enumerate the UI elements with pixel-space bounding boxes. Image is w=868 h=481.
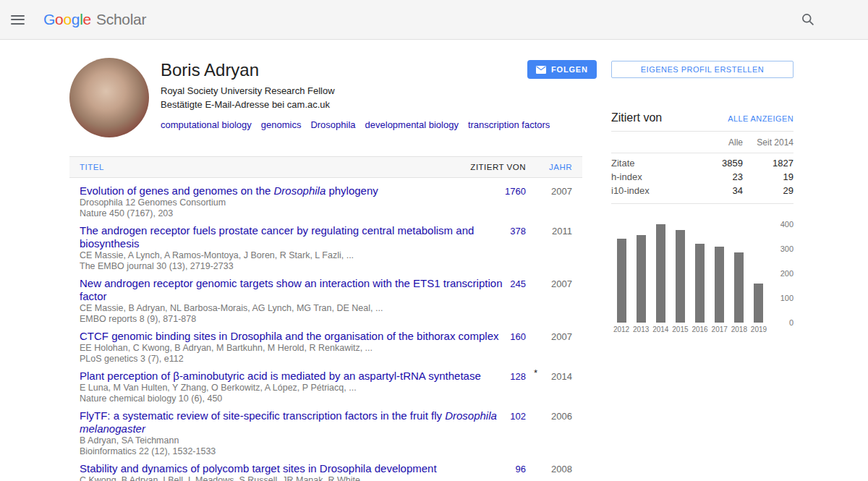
view-all-link[interactable]: ALLE ANZEIGEN (728, 114, 793, 123)
create-own-profile-button[interactable]: EIGENES PROFIL ERSTELLEN (611, 61, 793, 78)
publication-year: 2006 (551, 411, 572, 422)
metric-value-since: 29 (743, 185, 793, 196)
google-scholar-logo[interactable]: Google Scholar (43, 11, 146, 28)
profile-affiliation: Royal Society University Research Fellow (161, 85, 550, 96)
publications-table-header: TITEL ZITIERT VON JAHR (69, 156, 582, 178)
google-logo-colored: Google (43, 11, 91, 28)
chart-bar[interactable] (617, 239, 626, 323)
sort-by-title-header[interactable]: TITEL (69, 163, 104, 171)
publication-title-link[interactable]: Stability and dynamics of polycomb targe… (80, 462, 528, 475)
metric-row-i10-index: i10-index 34 29 (611, 184, 793, 197)
publication-title-link[interactable]: CTCF genomic binding sites in Drosophila… (80, 330, 528, 343)
interest-link[interactable]: Drosophila (310, 119, 355, 130)
publication-list: Evolution of genes and genomes on the Dr… (69, 178, 582, 481)
publication-venue: Nature chemical biology 10 (6), 450 (80, 393, 528, 404)
publication-row: New androgen receptor genomic targets sh… (69, 275, 582, 328)
logo-letter: G (43, 11, 55, 27)
cited-by-count-link[interactable]: 160 (510, 331, 526, 342)
profile-verified-email: Bestätigte E-Mail-Adresse bei cam.ac.uk (161, 99, 550, 110)
chart-year-label: 2017 (712, 325, 728, 333)
envelope-icon (536, 66, 546, 74)
metric-row-citations: Zitate 3859 1827 (611, 156, 793, 170)
publication-title-link[interactable]: The androgen receptor fuels prostate can… (80, 224, 528, 250)
publication-authors: EE Holohan, C Kwong, B Adryan, M Bartkuh… (80, 343, 528, 354)
chart-bar-column: 2012 (613, 239, 630, 323)
publication-title-link[interactable]: New androgen receptor genomic targets sh… (80, 277, 528, 303)
logo-letter: g (72, 11, 80, 27)
chart-bar-column: 2019 (750, 284, 767, 323)
chart-bar[interactable] (637, 235, 646, 323)
search-icon[interactable] (801, 13, 814, 28)
publication-row: FlyTF: a systematic review of site-speci… (69, 407, 582, 460)
interest-link[interactable]: computational biology (161, 119, 252, 130)
cited-by-count-link[interactable]: 102 (510, 411, 526, 422)
publication-venue: Bioinformatics 22 (12), 1532-1533 (80, 446, 528, 457)
chart-year-label: 2015 (672, 325, 688, 333)
metric-value-all: 23 (698, 171, 743, 182)
cited-by-panel-header: Zitiert von ALLE ANZEIGEN (611, 111, 793, 132)
cited-by-count-link[interactable]: 1760 (505, 186, 526, 197)
cited-by-count-link[interactable]: 378 (510, 226, 526, 237)
chart-bar[interactable] (734, 252, 744, 323)
interest-link[interactable]: genomics (261, 119, 302, 130)
publication-year: 2008 (551, 464, 572, 474)
publication-year: 2014 (551, 371, 572, 382)
chart-year-label: 2016 (692, 325, 707, 333)
profile-photo (69, 58, 149, 137)
chart-bar-column: 2013 (632, 235, 650, 323)
follow-button[interactable]: FOLGEN (527, 60, 597, 79)
chart-bar[interactable] (656, 224, 665, 323)
logo-letter: o (55, 11, 63, 27)
cited-by-count-link[interactable]: 96 (516, 464, 526, 474)
metrics-col-all: Alle (698, 137, 743, 148)
metric-row-h-index: h-index 23 19 (611, 170, 793, 184)
publication-year: 2007 (551, 186, 572, 197)
publication-year: 2007 (551, 278, 572, 289)
metrics-table: Zitate 3859 1827 h-index 23 19 i10-index… (611, 153, 793, 204)
interest-link[interactable]: developmental biology (365, 119, 459, 130)
chart-bar-column: 2016 (692, 244, 709, 323)
chart-bar[interactable] (676, 230, 685, 323)
chart-bar[interactable] (715, 247, 724, 323)
chart-year-label: 2014 (652, 325, 668, 333)
scholar-logo-text: Scholar (96, 11, 146, 28)
publication-title-link[interactable]: Plant perception of β-aminobutyric acid … (80, 370, 528, 383)
logo-letter: e (83, 11, 91, 27)
chart-axis-tick: 400 (770, 220, 793, 229)
publication-venue: PLoS genetics 3 (7), e112 (80, 354, 528, 365)
cited-by-count-link[interactable]: 128 (510, 371, 526, 382)
metric-label: i10-index (611, 185, 698, 196)
cited-by-title: Zitiert von (611, 111, 662, 124)
chart-bar-column: 2014 (652, 224, 669, 323)
publications-table: TITEL ZITIERT VON JAHR Evolution of gene… (69, 156, 582, 481)
publication-title-link[interactable]: Evolution of genes and genomes on the Dr… (80, 184, 528, 197)
publication-venue: EMBO reports 8 (9), 871-878 (80, 314, 528, 325)
top-app-bar: Google Scholar (0, 0, 868, 40)
publication-row: CTCF genomic binding sites in Drosophila… (69, 328, 582, 367)
interest-link[interactable]: transcription factors (468, 119, 550, 130)
logo-letter: o (63, 11, 71, 27)
chart-year-label: 2012 (613, 325, 629, 333)
chart-bar-column: 2017 (711, 247, 728, 323)
right-sidebar: EIGENES PROFIL ERSTELLEN Zitiert von ALL… (611, 61, 793, 335)
metrics-column-headers: Alle Seit 2014 (611, 132, 793, 153)
sort-by-year-header[interactable]: JAHR (549, 163, 572, 171)
metric-value-all: 34 (698, 185, 743, 196)
chart-bar-column: 2018 (731, 252, 748, 323)
sort-by-citations-header[interactable]: ZITIERT VON (470, 163, 526, 171)
cited-by-count-link[interactable]: 245 (510, 278, 526, 289)
publication-title-link[interactable]: FlyTF: a systematic review of site-speci… (80, 409, 528, 435)
citations-chart-bars: 20122013201420152016201720182019 (613, 224, 767, 323)
metrics-col-since: Seit 2014 (743, 137, 793, 148)
metric-value-since: 19 (743, 171, 793, 182)
chart-bar[interactable] (695, 244, 705, 323)
metric-label: h-index (611, 171, 698, 182)
publication-year: 2007 (551, 331, 572, 342)
merged-citations-asterisk: * (534, 367, 537, 378)
follow-button-label: FOLGEN (551, 65, 588, 74)
chart-axis-tick: 200 (770, 269, 793, 278)
chart-year-label: 2013 (633, 325, 649, 333)
profile-interests: computational biologygenomicsDrosophilad… (161, 119, 550, 130)
chart-bar[interactable] (754, 284, 763, 323)
menu-hamburger-icon[interactable] (11, 15, 25, 25)
